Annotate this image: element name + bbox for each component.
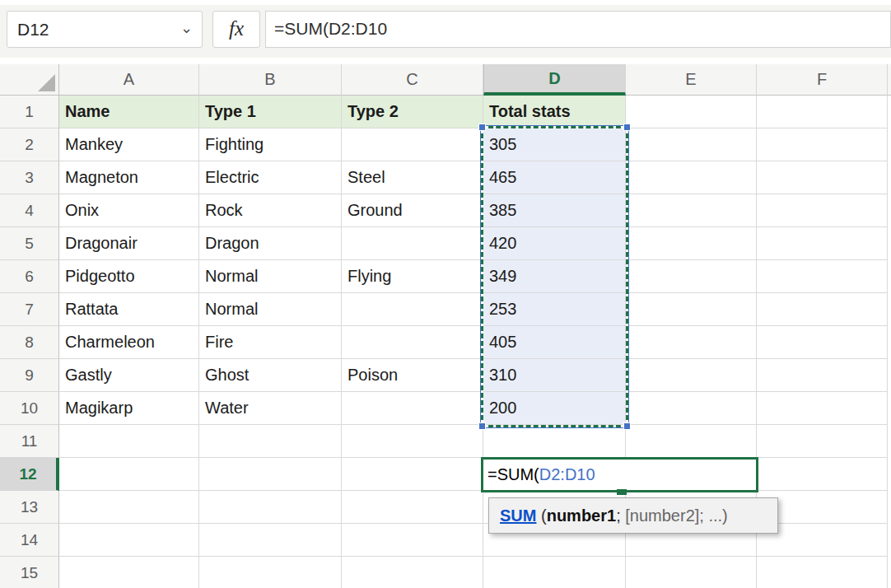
cell-E8[interactable] xyxy=(626,326,757,359)
cell-E10[interactable] xyxy=(626,392,757,425)
cell-A4[interactable]: Onix xyxy=(59,194,199,227)
cell-E2[interactable] xyxy=(626,128,757,161)
cell-editor-d12[interactable]: =SUM(D2:D10 xyxy=(481,457,758,492)
cell-B9[interactable]: Ghost xyxy=(199,359,342,392)
row-header-1[interactable]: 1 xyxy=(0,96,59,128)
column-header-F[interactable]: F xyxy=(757,64,888,96)
cell-E11[interactable] xyxy=(626,425,757,458)
cell-F8[interactable] xyxy=(757,326,888,359)
cell-A8[interactable]: Charmeleon xyxy=(59,326,199,359)
cell-C14[interactable] xyxy=(342,524,483,557)
cell-B11[interactable] xyxy=(199,425,342,458)
cell-C2[interactable] xyxy=(342,128,483,161)
row-header-15[interactable]: 15 xyxy=(0,557,59,588)
cell-D10[interactable]: 200 xyxy=(483,392,626,425)
cell-A9[interactable]: Gastly xyxy=(59,359,199,392)
cell-D9[interactable]: 310 xyxy=(483,359,626,392)
cell-C3[interactable]: Steel xyxy=(342,161,483,194)
cell-C6[interactable]: Flying xyxy=(342,260,483,293)
cell-D6[interactable]: 349 xyxy=(483,260,626,293)
cell-F10[interactable] xyxy=(757,392,888,425)
cell-C1[interactable]: Type 2 xyxy=(342,96,483,128)
cell-B2[interactable]: Fighting xyxy=(199,128,342,161)
cell-A7[interactable]: Rattata xyxy=(59,293,199,326)
row-header-11[interactable]: 11 xyxy=(0,425,59,458)
cell-B14[interactable] xyxy=(199,524,342,557)
cell-A10[interactable]: Magikarp xyxy=(59,392,199,425)
cell-E9[interactable] xyxy=(626,359,757,392)
cell-B5[interactable]: Dragon xyxy=(199,227,342,260)
cell-F6[interactable] xyxy=(757,260,888,293)
column-header-E[interactable]: E xyxy=(626,64,757,96)
cell-A14[interactable] xyxy=(59,524,199,557)
cell-A6[interactable]: Pidgeotto xyxy=(59,260,199,293)
cell-A3[interactable]: Magneton xyxy=(59,161,199,194)
cell-F11[interactable] xyxy=(757,425,888,458)
row-header-12[interactable]: 12 xyxy=(0,458,59,491)
cell-A5[interactable]: Dragonair xyxy=(59,227,199,260)
cell-A11[interactable] xyxy=(59,425,199,458)
cell-D2[interactable]: 305 xyxy=(483,128,626,161)
cell-D3[interactable]: 465 xyxy=(483,161,626,194)
cell-F4[interactable] xyxy=(757,194,888,227)
cell-E3[interactable] xyxy=(626,161,757,194)
cell-C8[interactable] xyxy=(342,326,483,359)
row-header-7[interactable]: 7 xyxy=(0,293,59,326)
row-header-3[interactable]: 3 xyxy=(0,161,59,194)
cell-B13[interactable] xyxy=(199,491,342,524)
cell-F12[interactable] xyxy=(757,458,888,491)
row-header-2[interactable]: 2 xyxy=(0,128,59,161)
cell-D7[interactable]: 253 xyxy=(483,293,626,326)
cell-B3[interactable]: Electric xyxy=(199,161,342,194)
cell-B8[interactable]: Fire xyxy=(199,326,342,359)
cell-A12[interactable] xyxy=(59,458,199,491)
cell-E5[interactable] xyxy=(626,227,757,260)
cell-B15[interactable] xyxy=(199,557,342,588)
name-box[interactable]: D12 ⌄ xyxy=(7,11,203,48)
cell-C11[interactable] xyxy=(342,425,483,458)
column-header-C[interactable]: C xyxy=(342,64,483,96)
cell-B1[interactable]: Type 1 xyxy=(199,96,342,128)
select-all-corner[interactable] xyxy=(0,64,59,96)
cell-D8[interactable]: 405 xyxy=(483,326,626,359)
column-header-B[interactable]: B xyxy=(199,64,342,96)
cell-C7[interactable] xyxy=(342,293,483,326)
cell-C4[interactable]: Ground xyxy=(342,194,483,227)
cell-E1[interactable] xyxy=(626,96,757,128)
cell-D4[interactable]: 385 xyxy=(483,194,626,227)
row-header-8[interactable]: 8 xyxy=(0,326,59,359)
column-header-A[interactable]: A xyxy=(59,64,199,96)
cell-C5[interactable] xyxy=(342,227,483,260)
cell-A1[interactable]: Name xyxy=(59,96,199,128)
fx-icon[interactable]: fx xyxy=(212,11,260,48)
row-header-6[interactable]: 6 xyxy=(0,260,59,293)
cell-B6[interactable]: Normal xyxy=(199,260,342,293)
cell-C10[interactable] xyxy=(342,392,483,425)
row-header-13[interactable]: 13 xyxy=(0,491,59,524)
row-header-10[interactable]: 10 xyxy=(0,392,59,425)
cell-B4[interactable]: Rock xyxy=(199,194,342,227)
column-header-D[interactable]: D xyxy=(483,64,626,96)
cell-C15[interactable] xyxy=(342,557,483,588)
row-header-4[interactable]: 4 xyxy=(0,194,59,227)
row-header-5[interactable]: 5 xyxy=(0,227,59,260)
cell-F9[interactable] xyxy=(757,359,888,392)
cell-C12[interactable] xyxy=(342,458,483,491)
cell-E7[interactable] xyxy=(626,293,757,326)
row-header-9[interactable]: 9 xyxy=(0,359,59,392)
cell-F2[interactable] xyxy=(757,128,888,161)
tooltip-sum-link[interactable]: SUM xyxy=(500,506,536,525)
cell-F1[interactable] xyxy=(757,96,888,128)
cell-C13[interactable] xyxy=(342,491,483,524)
cell-D15[interactable] xyxy=(483,557,626,588)
cell-D5[interactable]: 420 xyxy=(483,227,626,260)
cell-A2[interactable]: Mankey xyxy=(59,128,199,161)
cell-B7[interactable]: Normal xyxy=(199,293,342,326)
cell-C9[interactable]: Poison xyxy=(342,359,483,392)
cell-A15[interactable] xyxy=(59,557,199,588)
cell-F7[interactable] xyxy=(757,293,888,326)
editor-fill-handle[interactable] xyxy=(617,489,627,495)
cell-B10[interactable]: Water xyxy=(199,392,342,425)
cell-D11[interactable] xyxy=(483,425,626,458)
cell-E15[interactable] xyxy=(626,557,757,588)
